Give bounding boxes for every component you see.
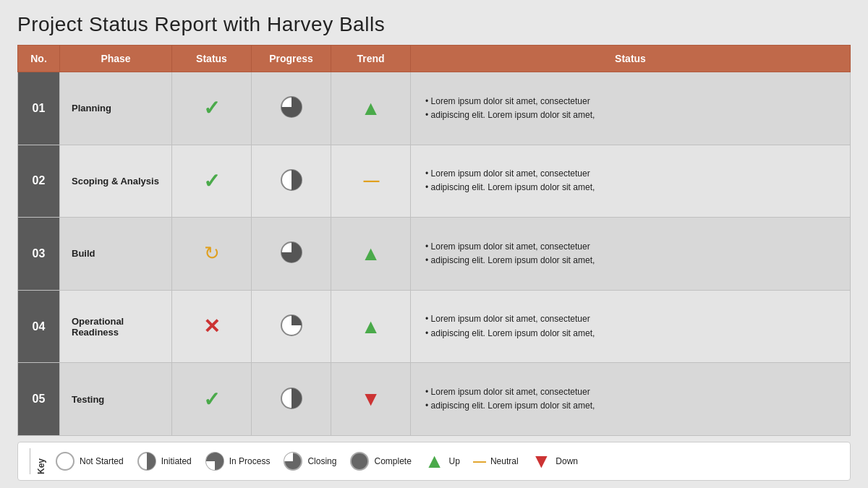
status-bullet-2: • adipiscing elit. Lorem ipsum dolor sit… — [425, 328, 595, 338]
key-item-down: ▼ Down — [532, 450, 578, 473]
key-label-up: Up — [449, 456, 460, 466]
key-item-closing: Closing — [283, 451, 336, 471]
key-item-not-started: Not Started — [55, 451, 124, 471]
status-bullet-1: • Lorem ipsum dolor sit amet, consectetu… — [425, 314, 590, 324]
table-row: 03 Build ↻ ▲ • Lorem ipsum dolor sit ame… — [18, 218, 851, 291]
cell-status: ✕ — [172, 290, 252, 363]
cell-statustext: • Lorem ipsum dolor sit amet, consectetu… — [411, 363, 851, 436]
cell-phase: Testing — [60, 363, 172, 436]
col-header-no: No. — [18, 46, 60, 72]
harvey-ball-svg — [280, 168, 303, 192]
svg-point-5 — [56, 453, 74, 470]
up-arrow-icon: ▲ — [425, 450, 445, 473]
status-check-icon: ✓ — [203, 97, 220, 119]
cell-no: 03 — [18, 218, 60, 291]
key-item-neutral: — Neutral — [473, 454, 519, 469]
complete-icon — [349, 451, 370, 471]
cell-no: 05 — [18, 363, 60, 436]
neutral-icon: — — [473, 454, 486, 469]
svg-point-9 — [351, 453, 368, 470]
cell-trend: ▲ — [331, 72, 411, 145]
page-title: Project Status Report with Harvey Balls — [17, 13, 851, 36]
key-item-initiated: Initiated — [137, 451, 192, 471]
key-label-complete: Complete — [374, 456, 411, 466]
status-bullet-1: • Lorem ipsum dolor sit amet, consectetu… — [425, 168, 590, 179]
down-arrow-icon: ▼ — [532, 450, 552, 473]
status-cross-icon: ✕ — [203, 315, 220, 338]
key-label-initiated: Initiated — [161, 456, 192, 466]
trend-up-icon: ▲ — [361, 242, 381, 265]
cell-trend: ▲ — [331, 218, 411, 291]
status-bullet-2: • adipiscing elit. Lorem ipsum dolor sit… — [425, 110, 595, 120]
key-label-in-process: In Process — [229, 456, 271, 466]
status-bullet-2: • adipiscing elit. Lorem ipsum dolor sit… — [425, 401, 595, 411]
cell-phase: Operational Readiness — [60, 290, 172, 363]
key-label-not-started: Not Started — [80, 456, 124, 466]
status-check-icon: ✓ — [203, 170, 220, 192]
cell-statustext: • Lorem ipsum dolor sit amet, consectetu… — [411, 290, 851, 363]
cell-status: ✓ — [172, 145, 252, 218]
table-row: 01 Planning ✓ ▲ • Lorem ipsum dolor sit … — [18, 72, 851, 145]
cell-trend: — — [331, 145, 411, 218]
cell-progress — [252, 290, 331, 363]
cell-status: ↻ — [172, 218, 252, 291]
harvey-ball-svg — [280, 314, 303, 337]
initiated-icon — [137, 451, 157, 471]
cell-status: ✓ — [172, 363, 252, 436]
cell-phase: Scoping & Analysis — [60, 145, 172, 218]
in-process-icon — [205, 451, 225, 471]
cell-trend: ▼ — [331, 363, 411, 436]
table-header-row: No. Phase Status Progress Trend Status — [18, 46, 851, 72]
not-started-icon — [55, 451, 75, 471]
key-items: Not Started Initiated In Proc — [55, 450, 838, 473]
trend-up-icon: ▲ — [361, 97, 381, 119]
harvey-ball-svg — [280, 241, 303, 264]
cell-no: 04 — [18, 290, 60, 363]
table-row: 04 Operational Readiness ✕ ▲ • Lorem ips… — [18, 290, 851, 363]
closing-icon — [283, 451, 303, 471]
col-header-progress: Progress — [252, 46, 331, 72]
table-wrapper: No. Phase Status Progress Trend Status 0… — [17, 45, 851, 436]
harvey-ball-svg — [280, 387, 303, 410]
key-label: Key — [30, 448, 46, 474]
status-bullet-1: • Lorem ipsum dolor sit amet, consectetu… — [425, 387, 590, 397]
status-bullet-2: • adipiscing elit. Lorem ipsum dolor sit… — [425, 182, 595, 192]
col-header-status: Status — [172, 46, 252, 72]
harvey-ball-svg — [280, 95, 303, 119]
cell-no: 02 — [18, 145, 60, 218]
key-item-up: ▲ Up — [425, 450, 460, 473]
status-bullet-1: • Lorem ipsum dolor sit amet, consectetu… — [425, 96, 590, 106]
col-header-statustext: Status — [411, 46, 851, 72]
status-refresh-icon: ↻ — [204, 242, 220, 264]
cell-progress — [252, 145, 331, 218]
cell-status: ✓ — [172, 72, 252, 145]
key-label-down: Down — [556, 456, 578, 466]
col-header-trend: Trend — [331, 46, 411, 72]
cell-statustext: • Lorem ipsum dolor sit amet, consectetu… — [411, 145, 851, 218]
key-label-closing: Closing — [307, 456, 336, 466]
key-label-neutral: Neutral — [490, 456, 519, 466]
cell-phase: Build — [60, 218, 172, 291]
key-bar: Key Not Started Initiated — [17, 442, 851, 481]
cell-progress — [252, 218, 331, 291]
status-bullet-2: • adipiscing elit. Lorem ipsum dolor sit… — [425, 255, 595, 265]
cell-statustext: • Lorem ipsum dolor sit amet, consectetu… — [411, 72, 851, 145]
cell-progress — [252, 363, 331, 436]
cell-trend: ▲ — [331, 290, 411, 363]
cell-statustext: • Lorem ipsum dolor sit amet, consectetu… — [411, 218, 851, 291]
key-item-in-process: In Process — [205, 451, 271, 471]
cell-phase: Planning — [60, 72, 172, 145]
page: Project Status Report with Harvey Balls … — [0, 0, 868, 488]
trend-down-icon: ▼ — [361, 388, 381, 410]
status-bullet-1: • Lorem ipsum dolor sit amet, consectetu… — [425, 241, 590, 252]
cell-progress — [252, 72, 331, 145]
cell-no: 01 — [18, 72, 60, 145]
table-row: 02 Scoping & Analysis ✓ — • Lorem ipsum … — [18, 145, 851, 218]
table-row: 05 Testing ✓ ▼ • Lorem ipsum dolor sit a… — [18, 363, 851, 436]
status-check-icon: ✓ — [203, 388, 220, 411]
key-item-complete: Complete — [349, 451, 411, 471]
trend-neutral-icon: — — [364, 171, 378, 189]
main-table: No. Phase Status Progress Trend Status 0… — [17, 45, 851, 436]
trend-up-icon: ▲ — [361, 315, 381, 338]
col-header-phase: Phase — [60, 46, 172, 72]
